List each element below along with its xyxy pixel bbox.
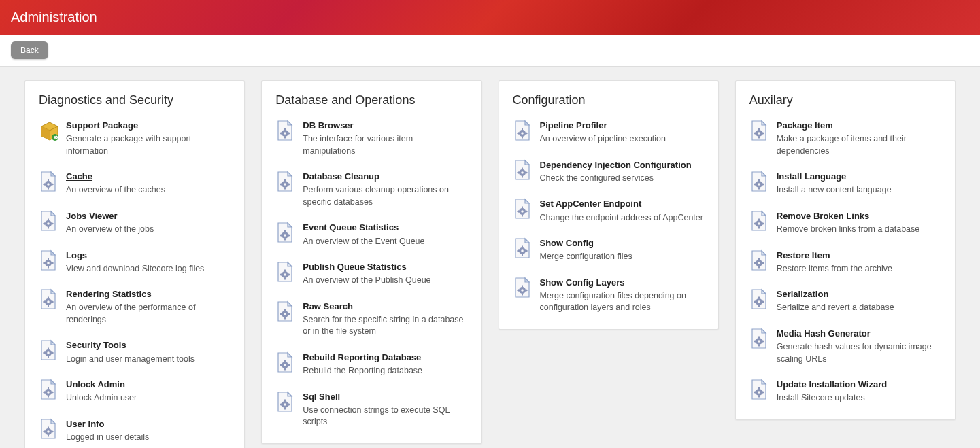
admin-link-body: Set AppCenter EndpointChange the endpoin…	[540, 198, 705, 224]
file-gear-icon	[39, 339, 58, 361]
admin-link[interactable]: Sql ShellUse connection strings to execu…	[275, 391, 467, 428]
column-title: Diagnostics and Security	[39, 93, 231, 107]
admin-link[interactable]: Remove Broken LinksRemove broken links f…	[749, 210, 941, 236]
admin-link[interactable]: Unlock AdminUnlock Admin user	[39, 379, 231, 404]
admin-link-body: Publish Queue StatisticsAn overview of t…	[303, 261, 467, 287]
admin-link[interactable]: Install LanguageInstall a new content la…	[749, 171, 941, 196]
admin-link[interactable]: Rebuild Reporting DatabaseRebuild the Re…	[275, 351, 467, 377]
admin-link-body: Unlock AdminUnlock Admin user	[66, 379, 231, 404]
file-gear-icon	[39, 210, 58, 232]
admin-link-desc: Logged in user details	[66, 432, 231, 444]
admin-link-desc: Login and user management tools	[66, 354, 231, 366]
admin-link-body: Media Hash GeneratorGenerate hash values…	[777, 328, 941, 365]
admin-link[interactable]: Jobs ViewerAn overview of the jobs	[39, 210, 231, 236]
admin-link-body: Show ConfigMerge configuration files	[540, 237, 705, 263]
admin-link-desc: An overview of the jobs	[66, 224, 231, 236]
admin-link[interactable]: Rendering StatisticsAn overview of the p…	[39, 288, 231, 326]
admin-link-title: Dependency Injection Configuration	[540, 159, 705, 171]
admin-link-body: Show Config LayersMerge configuration fi…	[540, 277, 705, 314]
admin-link-title: Rebuild Reporting Database	[303, 351, 467, 364]
admin-link[interactable]: Security ToolsLogin and user management …	[39, 339, 231, 365]
package-icon	[39, 120, 58, 141]
admin-link-desc: An overview of the caches	[66, 184, 231, 196]
admin-link-body: Support PackageGenerate a package with s…	[66, 120, 231, 157]
admin-link-title: Cache	[66, 171, 231, 183]
admin-link[interactable]: LogsView and download Sitecore log files	[39, 249, 231, 275]
file-gear-icon	[275, 351, 294, 373]
page-title: Administration	[11, 10, 97, 24]
admin-link[interactable]: Show ConfigMerge configuration files	[513, 237, 705, 263]
admin-link-title: Security Tools	[66, 339, 231, 351]
file-gear-icon	[513, 198, 532, 220]
admin-link[interactable]: Pipeline ProfilerAn overview of pipeline…	[513, 120, 705, 145]
column-card: Diagnostics and SecuritySupport PackageG…	[24, 80, 245, 448]
admin-link[interactable]: Raw SearchSearch for the specific string…	[275, 300, 467, 338]
admin-link-body: CacheAn overview of the caches	[66, 171, 231, 196]
admin-link-title: Publish Queue Statistics	[303, 261, 467, 273]
admin-link[interactable]: SerializationSerialize and revert a data…	[749, 288, 941, 314]
file-gear-icon	[39, 288, 58, 310]
admin-link[interactable]: Update Installation WizardInstall Siteco…	[749, 379, 941, 404]
file-gear-icon	[39, 249, 58, 271]
file-gear-icon	[513, 237, 532, 259]
admin-link[interactable]: CacheAn overview of the caches	[39, 171, 231, 196]
file-gear-icon	[39, 418, 58, 440]
file-gear-icon	[39, 379, 58, 400]
admin-link-desc: An overview of pipeline execution	[540, 133, 705, 145]
admin-link-title: Show Config Layers	[540, 277, 705, 289]
admin-link-body: SerializationSerialize and revert a data…	[777, 288, 941, 314]
admin-link-desc: Use connection strings to execute SQL sc…	[303, 404, 467, 428]
file-gear-icon	[749, 171, 768, 192]
admin-link-desc: Search for the specific string in a data…	[303, 314, 467, 338]
admin-link[interactable]: Media Hash GeneratorGenerate hash values…	[749, 328, 941, 365]
file-gear-icon	[749, 379, 768, 400]
admin-link[interactable]: DB BrowserThe interface for various item…	[275, 120, 467, 157]
admin-link-title: Install Language	[777, 171, 941, 183]
admin-link[interactable]: User InfoLogged in user details	[39, 418, 231, 444]
admin-link-desc: Perform various cleanup operations on sp…	[303, 184, 467, 208]
admin-link-desc: An overview of the Event Queue	[303, 236, 467, 248]
admin-link[interactable]: Package ItemMake a package of items and …	[749, 120, 941, 157]
admin-link[interactable]: Support PackageGenerate a package with s…	[39, 120, 231, 157]
admin-link-title: Restore Item	[777, 249, 941, 262]
admin-link-title: DB Browser	[303, 120, 467, 132]
admin-link[interactable]: Database CleanupPerform various cleanup …	[275, 171, 467, 208]
admin-link-body: Jobs ViewerAn overview of the jobs	[66, 210, 231, 236]
column-title: Auxilary	[749, 93, 941, 107]
admin-link-title: Raw Search	[303, 300, 467, 313]
admin-link-body: Install LanguageInstall a new content la…	[777, 171, 941, 196]
admin-link[interactable]: Publish Queue StatisticsAn overview of t…	[275, 261, 467, 287]
file-gear-icon	[513, 120, 532, 141]
toolbar: Back	[0, 35, 980, 67]
admin-link-body: Rebuild Reporting DatabaseRebuild the Re…	[303, 351, 467, 377]
admin-link[interactable]: Dependency Injection ConfigurationCheck …	[513, 159, 705, 185]
admin-link[interactable]: Set AppCenter EndpointChange the endpoin…	[513, 198, 705, 224]
file-gear-icon	[749, 288, 768, 310]
file-gear-icon	[275, 261, 294, 283]
admin-link-desc: Check the configured services	[540, 173, 705, 185]
admin-link-desc: Unlock Admin user	[66, 392, 231, 404]
admin-link[interactable]: Event Queue StatisticsAn overview of the…	[275, 222, 467, 247]
file-gear-icon	[749, 120, 768, 141]
admin-link-title: Database Cleanup	[303, 171, 467, 183]
admin-link-body: Restore ItemRestore items from the archi…	[777, 249, 941, 275]
admin-link-title: Sql Shell	[303, 391, 467, 403]
admin-link-desc: Install Sitecore updates	[777, 392, 941, 404]
column-card: AuxilaryPackage ItemMake a package of it…	[735, 80, 956, 420]
file-gear-icon	[749, 328, 768, 349]
admin-link-title: Serialization	[777, 288, 941, 300]
file-gear-icon	[275, 171, 294, 192]
admin-link-title: Pipeline Profiler	[540, 120, 705, 132]
admin-link[interactable]: Restore ItemRestore items from the archi…	[749, 249, 941, 275]
admin-link-desc: Merge configuration files depending on c…	[540, 290, 705, 314]
column-title: Database and Operations	[275, 93, 467, 107]
file-gear-icon	[275, 120, 294, 141]
back-button[interactable]: Back	[11, 41, 48, 59]
admin-link[interactable]: Show Config LayersMerge configuration fi…	[513, 277, 705, 314]
file-gear-icon	[749, 249, 768, 271]
admin-link-body: Update Installation WizardInstall Siteco…	[777, 379, 941, 404]
admin-link-desc: View and download Sitecore log files	[66, 263, 231, 275]
admin-link-title: Unlock Admin	[66, 379, 231, 391]
admin-link-desc: Remove broken links from a database	[777, 224, 941, 236]
admin-link-desc: Generate hash values for dynamic image s…	[777, 341, 941, 365]
